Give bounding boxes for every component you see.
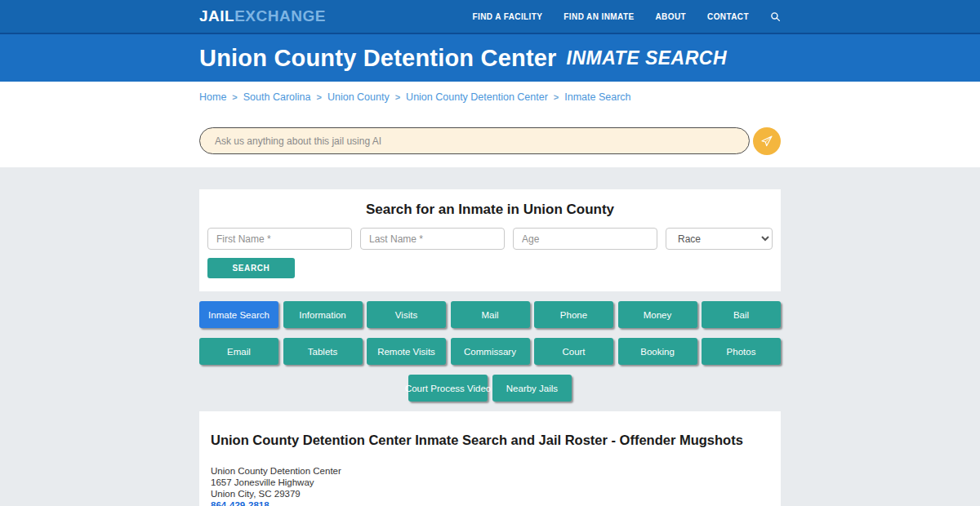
chevron-right-icon: > xyxy=(395,92,400,102)
chevron-right-icon: > xyxy=(316,92,321,102)
tab-booking[interactable]: Booking xyxy=(618,338,697,365)
top-navigation: FIND A FACILITY FIND AN INMATE ABOUT CON… xyxy=(473,11,781,22)
tab-tablets[interactable]: Tablets xyxy=(283,338,363,365)
age-field[interactable] xyxy=(513,228,657,250)
tab-bail[interactable]: Bail xyxy=(702,301,781,328)
address-city: Union City, SC 29379 xyxy=(211,488,769,499)
last-name-field[interactable] xyxy=(360,228,505,250)
tab-remote-visits[interactable]: Remote Visits xyxy=(367,338,446,365)
info-card-heading: Union County Detention Center Inmate Sea… xyxy=(211,433,769,448)
inmate-search-card: Search for an Inmate in Union County Rac… xyxy=(199,189,781,291)
facility-address: Union County Detention Center 1657 Jones… xyxy=(211,465,769,506)
tab-information[interactable]: Information xyxy=(283,301,363,328)
paper-plane-icon xyxy=(760,135,773,148)
send-button[interactable] xyxy=(753,127,781,155)
breadcrumb: Home > South Carolina > Union County > U… xyxy=(199,82,781,103)
phone-link[interactable]: 864-429-2818 xyxy=(211,500,270,506)
tab-photos[interactable]: Photos xyxy=(702,338,781,365)
tab-email[interactable]: Email xyxy=(199,338,278,365)
tab-nearby-jails[interactable]: Nearby Jails xyxy=(492,375,572,402)
button-row-2: Email Tablets Remote Visits Commissary C… xyxy=(199,338,781,365)
chevron-right-icon: > xyxy=(232,92,237,102)
tab-visits[interactable]: Visits xyxy=(367,301,446,328)
search-card-title: Search for an Inmate in Union County xyxy=(207,202,773,218)
nav-find-a-facility[interactable]: FIND A FACILITY xyxy=(473,12,543,21)
tab-commissary[interactable]: Commissary xyxy=(451,338,530,365)
breadcrumb-home[interactable]: Home xyxy=(199,91,226,103)
breadcrumb-search-strip: Home > South Carolina > Union County > U… xyxy=(0,82,980,167)
ai-search-row xyxy=(199,127,781,155)
breadcrumb-union-county[interactable]: Union County xyxy=(327,91,390,103)
facility-info-card: Union County Detention Center Inmate Sea… xyxy=(199,411,781,506)
breadcrumb-inmate-search[interactable]: Inmate Search xyxy=(564,91,630,103)
race-select[interactable]: Race xyxy=(666,228,773,250)
ai-search-input[interactable] xyxy=(199,127,750,154)
main-content-area: Search for an Inmate in Union County Rac… xyxy=(0,167,980,506)
tab-mail[interactable]: Mail xyxy=(451,301,530,328)
tab-court-process-video[interactable]: Court Process Video xyxy=(408,375,488,402)
search-submit-button[interactable]: SEARCH xyxy=(207,258,295,278)
tab-court[interactable]: Court xyxy=(534,338,613,365)
facility-name: Union County Detention Center xyxy=(211,465,769,477)
nav-about[interactable]: ABOUT xyxy=(655,12,686,21)
search-icon[interactable] xyxy=(770,11,781,22)
breadcrumb-south-carolina[interactable]: South Carolina xyxy=(243,91,311,103)
logo-part-jail: JAIL xyxy=(199,7,234,24)
first-name-field[interactable] xyxy=(207,228,352,250)
jailexchange-logo[interactable]: JAILEXCHANGE xyxy=(199,7,326,25)
page-title-banner: Union County Detention Center INMATE SEA… xyxy=(0,33,980,82)
chevron-right-icon: > xyxy=(554,92,559,102)
tab-inmate-search[interactable]: Inmate Search xyxy=(199,301,278,328)
tab-money[interactable]: Money xyxy=(618,301,697,328)
search-fields: Race xyxy=(207,228,773,250)
tab-phone[interactable]: Phone xyxy=(534,301,613,328)
button-row-3: Court Process Video Nearby Jails xyxy=(199,375,781,402)
nav-contact[interactable]: CONTACT xyxy=(707,12,749,21)
page-subtitle: INMATE SEARCH xyxy=(567,47,727,69)
breadcrumb-detention-center[interactable]: Union County Detention Center xyxy=(406,91,548,103)
page-title: Union County Detention Center xyxy=(199,45,557,72)
logo-part-exchange: EXCHANGE xyxy=(234,7,326,24)
button-row-1: Inmate Search Information Visits Mail Ph… xyxy=(199,301,781,328)
nav-find-an-inmate[interactable]: FIND AN INMATE xyxy=(564,12,634,21)
address-street: 1657 Jonesville Highway xyxy=(211,477,769,488)
top-header-bar: JAILEXCHANGE FIND A FACILITY FIND AN INM… xyxy=(0,0,980,33)
